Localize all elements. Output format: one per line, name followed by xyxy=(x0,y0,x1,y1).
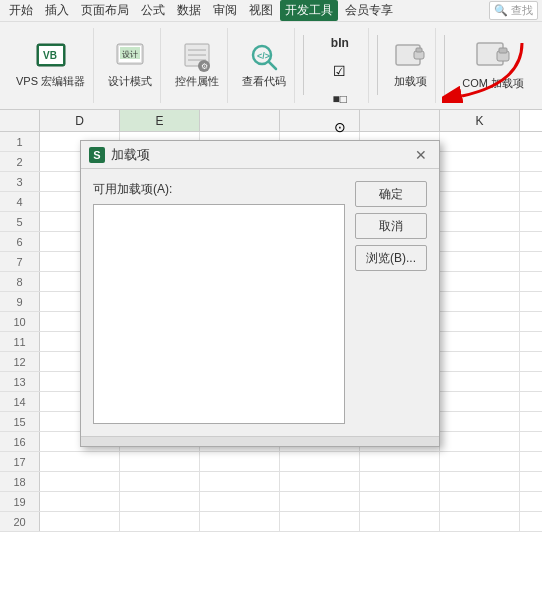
toolbar-group-com: COM 加载项 xyxy=(452,28,534,103)
addins-dialog: S 加载项 ✕ 可用加载项(A): 确定 取消 浏览(B)... xyxy=(80,140,440,447)
menu-member[interactable]: 会员专享 xyxy=(340,0,398,21)
design-mode-label: 设计模式 xyxy=(108,74,152,89)
menu-review[interactable]: 审阅 xyxy=(208,0,242,21)
toolbar-group-addins: 加载项 xyxy=(386,28,436,103)
menu-developer[interactable]: 开发工具 xyxy=(280,0,338,21)
dialog-title-left: S 加载项 xyxy=(89,146,150,164)
toolbar: VB VPS 宏编辑器 设计 设计模式 xyxy=(0,22,542,108)
dialog-list-label: 可用加载项(A): xyxy=(93,181,345,198)
search-box[interactable]: 🔍 查找 xyxy=(489,1,538,20)
cancel-button[interactable]: 取消 xyxy=(355,213,427,239)
menu-page-layout[interactable]: 页面布局 xyxy=(76,0,134,21)
dialog-body: 可用加载项(A): 确定 取消 浏览(B)... xyxy=(81,169,439,436)
vb-editor-icon: VB xyxy=(35,41,67,73)
ctrl-btn-check[interactable]: ☑ xyxy=(326,58,354,84)
separator-3 xyxy=(444,35,445,95)
dialog-left-panel: 可用加载项(A): xyxy=(93,181,345,424)
ctrl-btn-text[interactable]: ■□ xyxy=(326,86,354,112)
com-addins-label: COM 加载项 xyxy=(462,76,524,91)
toolbar-group-props: ⚙ 控件属性 xyxy=(167,28,228,103)
search-icon: 🔍 xyxy=(494,4,508,17)
menu-formula[interactable]: 公式 xyxy=(136,0,170,21)
svg-text:VB: VB xyxy=(43,50,57,61)
view-code-btn[interactable]: </> 查看代码 xyxy=(238,39,290,91)
menu-start[interactable]: 开始 xyxy=(4,0,38,21)
menu-bar: 开始 插入 页面布局 公式 数据 审阅 视图 开发工具 会员专享 🔍 查找 xyxy=(0,0,542,22)
dialog-right-panel: 确定 取消 浏览(B)... xyxy=(355,181,427,424)
com-addins-icon xyxy=(475,39,511,75)
dialog-close-button[interactable]: ✕ xyxy=(411,145,431,165)
menu-insert[interactable]: 插入 xyxy=(40,0,74,21)
dialog-footer xyxy=(81,436,439,446)
design-mode-btn[interactable]: 设计 设计模式 xyxy=(104,39,156,91)
svg-text:⚙: ⚙ xyxy=(201,62,208,71)
addins-label: 加载项 xyxy=(394,74,427,89)
vb-editor-btn[interactable]: VB VPS 宏编辑器 xyxy=(12,39,89,91)
addins-listbox[interactable] xyxy=(93,204,345,424)
svg-rect-27 xyxy=(499,48,507,53)
menu-view[interactable]: 视图 xyxy=(244,0,278,21)
browse-button[interactable]: 浏览(B)... xyxy=(355,245,427,271)
separator-1 xyxy=(303,35,304,95)
search-label: 查找 xyxy=(511,3,533,18)
svg-line-14 xyxy=(269,62,276,69)
ribbon: 开始 插入 页面布局 公式 数据 审阅 视图 开发工具 会员专享 🔍 查找 VB xyxy=(0,0,542,110)
svg-rect-24 xyxy=(416,48,422,52)
toolbar-group-vb: VB VPS 宏编辑器 xyxy=(8,28,94,103)
dialog-overlay: S 加载项 ✕ 可用加载项(A): 确定 取消 浏览(B)... xyxy=(0,110,542,608)
toolbar-group-controls: bIn ☑ ■□ ⊙ A T xyxy=(312,28,369,103)
dialog-app-icon: S xyxy=(89,147,105,163)
toolbar-group-design: 设计 设计模式 xyxy=(100,28,161,103)
addins-btn[interactable]: 加载项 xyxy=(390,39,431,91)
addins-icon xyxy=(394,41,426,73)
menu-data[interactable]: 数据 xyxy=(172,0,206,21)
view-code-icon: </> xyxy=(248,41,280,73)
ok-button[interactable]: 确定 xyxy=(355,181,427,207)
ctrl-btn-label[interactable]: bIn xyxy=(326,30,354,56)
svg-text:</>: </> xyxy=(257,51,270,61)
dialog-title: 加载项 xyxy=(111,146,150,164)
properties-btn[interactable]: ⚙ 控件属性 xyxy=(171,39,223,91)
view-code-label: 查看代码 xyxy=(242,74,286,89)
svg-text:设计: 设计 xyxy=(122,50,138,59)
toolbar-group-code: </> 查看代码 xyxy=(234,28,295,103)
dialog-titlebar: S 加载项 ✕ xyxy=(81,141,439,169)
ctrl-label-icon: bIn xyxy=(329,32,351,54)
separator-2 xyxy=(377,35,378,95)
properties-label: 控件属性 xyxy=(175,74,219,89)
ctrl-text-icon: ■□ xyxy=(329,88,351,110)
properties-icon: ⚙ xyxy=(181,41,213,73)
vb-editor-label: VPS 宏编辑器 xyxy=(16,74,85,89)
ctrl-check-icon: ☑ xyxy=(329,60,351,82)
design-mode-icon: 设计 xyxy=(114,41,146,73)
com-addins-btn[interactable]: COM 加载项 xyxy=(458,37,528,93)
